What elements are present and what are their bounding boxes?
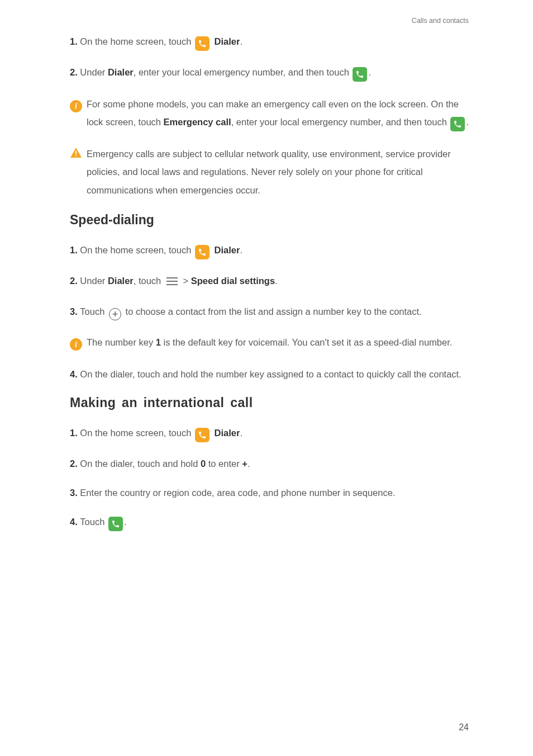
- period: .: [368, 67, 371, 77]
- step-number: 2.: [70, 459, 80, 469]
- step-text: On the home screen, touch: [80, 245, 194, 255]
- info-note-emergency-lockscreen: i For some phone models, you can make an…: [70, 95, 469, 131]
- dialer-label: Dialer: [215, 428, 240, 438]
- step-text: On the home screen, touch: [80, 36, 194, 46]
- step-text: On the home screen, touch: [80, 428, 194, 438]
- step-number: 4.: [70, 517, 80, 527]
- dialer-label: Dialer: [215, 245, 240, 255]
- intl-step-2: 2. On the dialer, touch and hold 0 to en…: [70, 456, 469, 471]
- step-text: Enter the country or region code, area c…: [80, 488, 395, 498]
- dialer-label: Dialer: [215, 36, 240, 46]
- call-icon: [450, 117, 465, 131]
- plus-label: +: [242, 459, 248, 469]
- emergency-step-1: 1. On the home screen, touch Dialer.: [70, 34, 469, 51]
- note-text: The number key: [87, 337, 156, 347]
- emergency-step-2: 2. Under Dialer, enter your local emerge…: [70, 64, 469, 82]
- step-number: 3.: [70, 488, 80, 498]
- header-breadcrumb: Calls and contacts: [412, 17, 469, 25]
- speed-dial-step-3: 3. Touch + to choose a contact from the …: [70, 304, 469, 320]
- dialer-icon: [195, 36, 210, 51]
- period: .: [240, 245, 242, 255]
- key-1-label: 1: [156, 337, 161, 347]
- intl-step-3: 3. Enter the country or region code, are…: [70, 485, 469, 500]
- dialer-label: Dialer: [108, 67, 134, 77]
- call-icon: [353, 67, 367, 82]
- step-text: Touch: [80, 517, 107, 527]
- dialer-icon: [195, 245, 210, 259]
- page-content: 1. On the home screen, touch Dialer. 2. …: [0, 0, 533, 531]
- period: .: [275, 276, 278, 286]
- step-number: 4.: [70, 369, 80, 379]
- step-number: 1.: [70, 36, 80, 46]
- emergency-call-label: Emergency call: [164, 117, 231, 127]
- page-number: 24: [459, 722, 469, 733]
- step-text: Touch: [80, 306, 107, 316]
- svg-rect-1: [75, 155, 77, 157]
- info-icon: i: [70, 338, 82, 351]
- intl-step-4: 4. Touch .: [70, 514, 469, 531]
- note-text: , enter your local emergency number, and…: [231, 117, 450, 127]
- speed-dial-step-4: 4. On the dialer, touch and hold the num…: [70, 366, 469, 382]
- step-number: 1.: [70, 245, 80, 255]
- hamburger-menu-icon: [166, 275, 178, 290]
- period: .: [240, 36, 242, 46]
- note-text: is the default key for voicemail. You ca…: [161, 337, 452, 347]
- warning-note-emergency: Emergency calls are subject to cellular …: [70, 145, 469, 199]
- zero-key-label: 0: [201, 459, 206, 469]
- step-number: 2.: [70, 67, 80, 77]
- plus-circle-icon: +: [109, 308, 121, 320]
- section-heading-international-call: Making an international call: [70, 395, 469, 410]
- step-number: 2.: [70, 276, 80, 286]
- period: .: [466, 117, 469, 127]
- period: .: [248, 459, 250, 469]
- call-icon: [108, 517, 123, 531]
- step-text: , touch: [134, 276, 164, 286]
- chevron-separator: >: [183, 276, 191, 286]
- intl-step-1: 1. On the home screen, touch Dialer.: [70, 425, 469, 442]
- step-number: 1.: [70, 428, 80, 438]
- dialer-label: Dialer: [108, 276, 134, 286]
- speed-dial-step-2: 2. Under Dialer, touch > Speed dial sett…: [70, 273, 469, 290]
- step-number: 3.: [70, 306, 80, 316]
- info-icon: i: [70, 100, 82, 112]
- step-text: to enter: [206, 459, 242, 469]
- step-text: On the dialer, touch and hold the number…: [80, 369, 461, 379]
- period: .: [240, 428, 242, 438]
- step-text: , enter your local emergency number, and…: [134, 67, 352, 77]
- info-note-voicemail-key: i The number key 1 is the default key fo…: [70, 334, 469, 353]
- speed-dial-step-1: 1. On the home screen, touch Dialer.: [70, 242, 469, 259]
- section-heading-speed-dialing: Speed-dialing: [70, 212, 469, 228]
- step-text: On the dialer, touch and hold: [80, 459, 201, 469]
- step-text: to choose a contact from the list and as…: [123, 306, 422, 316]
- warning-text: Emergency calls are subject to cellular …: [87, 149, 451, 195]
- svg-rect-0: [75, 151, 77, 154]
- period: .: [124, 517, 127, 527]
- step-text: Under: [80, 67, 108, 77]
- dialer-icon: [195, 428, 210, 442]
- speed-dial-settings-label: Speed dial settings: [191, 276, 275, 286]
- warning-icon: [70, 146, 82, 157]
- step-text: Under: [80, 276, 108, 286]
